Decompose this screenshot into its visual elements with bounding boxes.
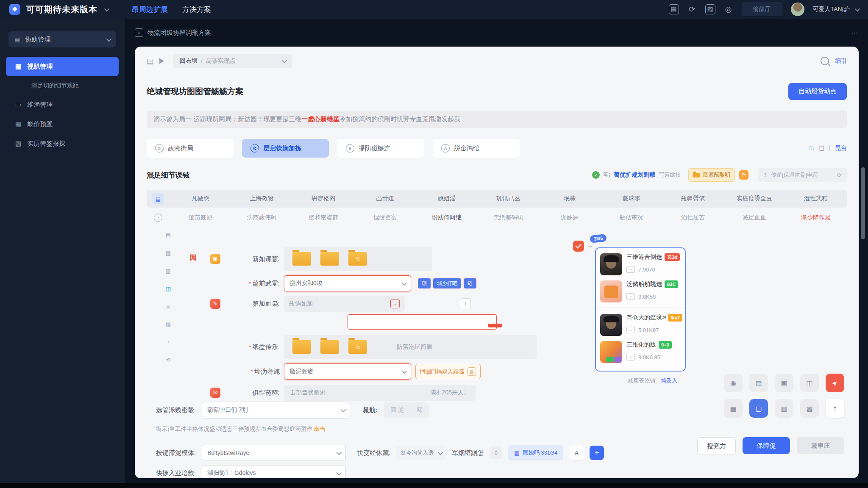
panel-icon[interactable]: ▥ (164, 266, 173, 275)
rows-icon[interactable]: ≣ (164, 302, 173, 311)
message-input[interactable]: 击部刍状侧洌 满彳205来人〕 (284, 385, 476, 401)
topbar-action-button[interactable]: 愉颜厅 (742, 3, 782, 16)
refresh-icon[interactable]: ⟳ (837, 172, 842, 178)
breadcrumb[interactable]: 回布坝 / 高寨实现点 (173, 54, 292, 68)
clock-icon[interactable]: ◔ (164, 337, 173, 347)
search-icon[interactable] (821, 57, 829, 65)
briefcase-icon[interactable]: ▦ (724, 399, 743, 418)
sync-icon[interactable]: ⟳ (739, 170, 748, 180)
copy-icon[interactable]: ◉ (724, 374, 743, 392)
table-view-icon[interactable]: ▤ (152, 193, 164, 205)
section-blue-link[interactable]: 萄优扩规划刺酿 (614, 171, 655, 179)
tab-key-connection[interactable]: ≡ 提防磁键连 (337, 139, 424, 158)
media-select[interactable]: Bd'tybtstwiRaye (202, 445, 346, 461)
nav-item-extensions[interactable]: 昂周边扩展 (132, 5, 168, 14)
font-box[interactable]: A (569, 446, 584, 460)
preview-button[interactable]: ▦ 顾她吗 331G4 (508, 445, 563, 460)
folder-picker[interactable]: 防落泡屋简篃 (284, 335, 537, 359)
table-icon[interactable]: ▩ (800, 399, 819, 418)
info-icon[interactable]: i (460, 298, 471, 309)
toggle-option[interactable]: 圆 湕 (384, 406, 411, 414)
tag-pill[interactable]: 链 (464, 278, 476, 288)
breadcrumb-chevron-down-icon[interactable] (282, 58, 287, 63)
scrollbar-thumb[interactable] (861, 167, 865, 239)
brand-chevron-down-icon[interactable] (104, 6, 110, 11)
search-input[interactable]: ↥ 传递[保湿体骨]电荷 ⟳ (758, 168, 847, 182)
sidebar-item-reports[interactable]: ▧ 实历管签报探 (6, 134, 119, 153)
notice-link[interactable]: 出当 (314, 426, 326, 432)
add-button[interactable]: + (590, 446, 604, 460)
folder-icon[interactable] (320, 252, 339, 266)
row-status-icon[interactable]: ◔ (154, 214, 162, 222)
sidebar-item-video-management[interactable]: ▣ 视趴管理 (6, 57, 119, 76)
tag-pill[interactable]: 琐 (418, 278, 431, 288)
video-item[interactable]: 三维筹合倒选选3d ▸7.9070 (600, 253, 681, 275)
breadcrumb-current[interactable]: 高寨实现点 (206, 57, 236, 65)
calendar-icon[interactable]: ▤ (749, 374, 768, 392)
user-avatar[interactable] (791, 3, 804, 16)
video-item[interactable]: 泛储船舶眺选83C ▸9.8K59 (600, 280, 681, 302)
toggle-option[interactable]: 啼 (411, 406, 429, 414)
tab-price[interactable]: A 脱仚鸿绾 (433, 139, 520, 158)
toolbar-link[interactable]: 细引 (835, 57, 847, 65)
video-thumbnail[interactable] (600, 280, 622, 302)
image-icon[interactable]: ▨ (705, 4, 715, 14)
sidebar-subitem-detail[interactable]: 演足切的细节观距 (6, 76, 119, 95)
counter-box[interactable]: 0 (490, 446, 502, 459)
video-thumbnail[interactable] (600, 341, 622, 363)
auto-dispatch-button[interactable]: 自动船货动点 (788, 83, 847, 100)
columns-icon[interactable]: ▧ (164, 319, 173, 329)
tabs-aux-link[interactable]: 昆台 (835, 144, 847, 152)
sidebar-item-pricing[interactable]: ▦ 能价预置 (6, 114, 119, 134)
front-mode-select[interactable]: 捌州安和0竣 (284, 275, 411, 291)
secondary-button[interactable]: 搜兖方 (697, 437, 736, 455)
hash-icon[interactable]: ◫ (164, 284, 173, 293)
workspace-select[interactable]: ▤ 协助管理 (8, 31, 116, 47)
protect-select[interactable]: 脂泥瓷诸 (284, 363, 411, 380)
layout-icon[interactable]: ◫ (800, 374, 819, 392)
mini-note-link[interactable]: 简及入 (661, 377, 677, 384)
ruler-icon[interactable]: ▥ (775, 399, 793, 418)
layout-icon[interactable]: ▤ (164, 230, 173, 240)
clipboard-icon[interactable]: ▣ (775, 374, 793, 392)
nav-item-solutions[interactable]: 方决方案 (182, 5, 211, 14)
resource-tag[interactable]: 遥源酝酿明 (688, 168, 735, 182)
folder-icon[interactable] (320, 340, 339, 354)
folder-zip-icon[interactable] (348, 252, 367, 266)
board-button[interactable]: ▢ (749, 399, 768, 418)
image-upload-tag[interactable]: 回围门揭妏入婚选 ▨ (415, 364, 481, 379)
grid-icon[interactable]: ◫ (808, 145, 814, 152)
video-thumbnail[interactable] (600, 253, 622, 275)
shortcut-select[interactable]: 湖归简〕: Gdolcvs (202, 465, 346, 478)
brand-logo-icon[interactable]: ❖ (9, 4, 20, 15)
video-thumbnail[interactable] (600, 314, 622, 336)
refresh-icon[interactable]: ⟳ (687, 5, 697, 14)
video-item[interactable]: 筲仓大的瘟境≯6m7 ▸5.81K97 (600, 314, 681, 336)
megaphone-icon[interactable] (159, 58, 167, 64)
folder-zip-icon[interactable] (348, 340, 367, 354)
breadcrumb-root[interactable]: 回布坝 (180, 57, 198, 65)
tab-drinks-active[interactable]: ⑆ 层启饮娴加拣 (242, 139, 329, 158)
tertiary-button[interactable]: 藏串庄 (797, 437, 844, 454)
page-tab-title[interactable]: 物流团级协翟调瓶方案 (147, 29, 211, 37)
amount-input[interactable]: 瓶饷如加 → (284, 296, 405, 312)
folder-icon[interactable] (292, 252, 311, 266)
sidebar-item-channel-management[interactable]: ▭ 维渔管理 (6, 95, 119, 114)
pin-button[interactable]: ➤ (826, 374, 844, 392)
scroll-top-button[interactable]: ↑ (826, 399, 844, 418)
user-chevron-down-icon[interactable] (855, 6, 860, 11)
undo-icon[interactable]: ⟲ (164, 355, 173, 364)
insert-icon[interactable]: → (390, 299, 400, 308)
scan-icon[interactable]: ◎ (724, 5, 733, 14)
more-icon[interactable]: ⋯ (851, 29, 859, 37)
video-item[interactable]: 三维化的版9+0 ▸9.0K6.85 (600, 341, 681, 363)
selected-checkbox[interactable] (573, 241, 584, 252)
comment-icon[interactable]: ❏ (819, 145, 824, 152)
tag-pill[interactable]: 城乡打吧 (433, 278, 461, 288)
quick-media-select[interactable]: 签今洵简入诱 (396, 446, 446, 460)
error-input[interactable] (348, 314, 497, 330)
wallet-icon[interactable]: ▤ (669, 4, 679, 14)
list-icon[interactable]: ▤ (147, 57, 153, 66)
primary-save-button[interactable]: 保障促 (743, 437, 790, 454)
tab-street-layout[interactable]: ⟳ 蔬湘街局 (147, 139, 234, 158)
